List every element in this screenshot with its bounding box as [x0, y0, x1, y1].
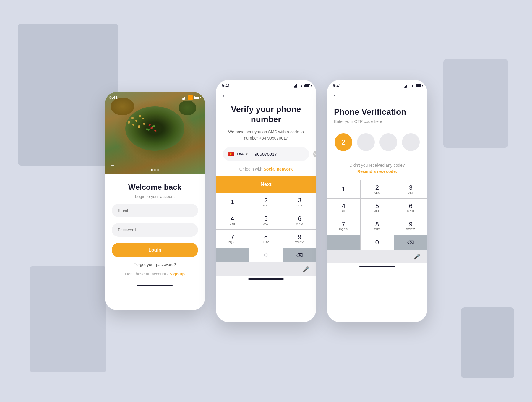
- delete-icon-p3: ⌫: [407, 240, 414, 245]
- time-p3: 9:41: [333, 83, 341, 88]
- chevron-down-icon[interactable]: ▾: [246, 152, 248, 156]
- key-3-p3[interactable]: 3DEF: [394, 180, 427, 198]
- mic-row-p2: 🎤: [216, 262, 316, 276]
- battery-p3: [416, 84, 421, 87]
- signal-p2: [293, 84, 298, 88]
- resend-top-text: Didn't you received any code?: [334, 163, 420, 168]
- mic-row-p3: 🎤: [327, 250, 427, 263]
- otp-circle-4: [402, 133, 420, 151]
- next-button[interactable]: Next: [216, 176, 316, 193]
- key-grid-p3: 1 2ABC 3DEF 4GHI 5JKL 6MNO 7PQRS 8TUV 9W…: [327, 180, 427, 235]
- keyboard-p3: 1 2ABC 3DEF 4GHI 5JKL 6MNO 7PQRS 8TUV 9W…: [327, 180, 427, 263]
- phones-container: 9:41 📶 ←: [105, 80, 427, 322]
- back-button-p3[interactable]: ←: [327, 90, 427, 101]
- key-delete-p2[interactable]: ⌫: [283, 248, 316, 262]
- wifi-icon-p3: ▲: [411, 84, 414, 88]
- key-7-p3[interactable]: 7PQRS: [327, 217, 360, 235]
- time-p2: 9:41: [222, 83, 230, 88]
- wifi-icon-p2: ▲: [299, 84, 303, 88]
- otp-title: Phone Verification: [334, 107, 420, 117]
- battery-p2: [304, 84, 310, 87]
- dot-1: [151, 169, 153, 171]
- dot-3: [157, 169, 159, 171]
- key-2-p3[interactable]: 2ABC: [361, 180, 394, 198]
- key-delete-p3[interactable]: ⌫: [394, 235, 427, 250]
- key-7-p2[interactable]: 7PQRS: [216, 230, 249, 248]
- verify-subtitle: We have sent you an SMS with a code to n…: [223, 129, 309, 141]
- verify-title: Verify your phone number: [223, 104, 309, 124]
- otp-subtitle: Enter your OTP code here: [334, 119, 420, 124]
- verify-subtitle-line2: number +84 905070017: [244, 136, 288, 140]
- key-2-p2[interactable]: 2ABC: [249, 193, 283, 211]
- otp-content: Phone Verification Enter your OTP code h…: [327, 101, 427, 174]
- key-0-p3[interactable]: 0: [361, 235, 394, 250]
- flag-icon: 🇻🇳: [228, 151, 234, 157]
- key-6-p2[interactable]: 6MNO: [283, 211, 316, 229]
- back-button-p2[interactable]: ←: [216, 90, 316, 101]
- clear-button[interactable]: ✕: [313, 151, 316, 157]
- login-button[interactable]: Login: [112, 243, 198, 257]
- key-8-p3[interactable]: 8TUV: [361, 217, 394, 235]
- mic-icon-p2[interactable]: 🎤: [303, 266, 309, 273]
- home-indicator-p3: [359, 266, 395, 267]
- social-network-link[interactable]: Social network: [263, 167, 293, 171]
- mic-icon-p3[interactable]: 🎤: [414, 253, 420, 260]
- otp-circle-2: [357, 133, 375, 151]
- phone-verify: 9:41 ▲ ← Verify your phone number We hav…: [216, 80, 316, 322]
- status-bar-p3: 9:41 ▲: [327, 80, 427, 90]
- key-6-p3[interactable]: 6MNO: [394, 199, 427, 217]
- status-bar-p2: 9:41 ▲: [216, 80, 316, 90]
- key-row-bottom-p3: 0 ⌫: [327, 235, 427, 250]
- or-text: Or login with: [239, 167, 262, 171]
- otp-digit-1: 2: [341, 138, 345, 146]
- signup-prompt: Don't have an account? Sign up: [125, 272, 185, 276]
- food-status-overlay: 9:41 📶: [105, 92, 205, 103]
- phone-number-input[interactable]: [255, 152, 311, 157]
- food-back-arrow[interactable]: ←: [109, 162, 115, 168]
- otp-circle-1: 2: [335, 133, 352, 151]
- login-subtitle: Login to your account: [135, 194, 175, 199]
- key-3-p2[interactable]: 3DEF: [283, 193, 316, 211]
- key-8-p2[interactable]: 8TUV: [249, 230, 283, 248]
- key-5-p2[interactable]: 5JKL: [249, 211, 283, 229]
- or-login-text: Or login with Social network: [223, 167, 309, 171]
- key-5-p3[interactable]: 5JKL: [361, 199, 394, 217]
- key-9-p3[interactable]: 9WXYZ: [394, 217, 427, 235]
- status-icons-p2: ▲: [293, 84, 310, 88]
- login-form: Welcome back Login to your account Login…: [105, 174, 205, 282]
- signup-label: Don't have an account?: [125, 272, 168, 276]
- image-dots: [151, 169, 159, 171]
- key-4-p2[interactable]: 4GHI: [216, 211, 249, 229]
- login-title: Welcome back: [128, 183, 181, 192]
- home-indicator-p2: [248, 278, 284, 280]
- signup-link[interactable]: Sign up: [170, 272, 185, 276]
- password-field[interactable]: [112, 223, 198, 237]
- status-icons-p3: ▲: [404, 84, 421, 88]
- key-empty-p2: [216, 248, 249, 262]
- key-0-p2[interactable]: 0: [249, 248, 283, 262]
- food-image: 9:41 📶 ←: [105, 92, 205, 174]
- phone-otp: 9:41 ▲ ← Phone Verification Enter your O…: [327, 80, 427, 322]
- key-4-p3[interactable]: 4GHI: [327, 199, 360, 217]
- delete-icon-p2: ⌫: [296, 252, 303, 258]
- key-1-p2[interactable]: 1: [216, 193, 249, 211]
- verify-content: Verify your phone number We have sent yo…: [216, 101, 316, 171]
- signal-p3: [404, 84, 409, 88]
- verify-subtitle-line1: We have sent you an SMS with a code to: [228, 129, 304, 134]
- status-time-p1: 9:41: [109, 95, 118, 100]
- key-grid-p2: 1 2ABC 3DEF 4GHI 5JKL 6MNO 7PQRS 8TUV 9W…: [216, 193, 316, 248]
- home-indicator-p1: [137, 285, 173, 286]
- key-1-p3[interactable]: 1: [327, 180, 360, 198]
- resend-link[interactable]: Resend a new code.: [357, 169, 397, 174]
- phone-login: 9:41 📶 ←: [105, 92, 205, 310]
- otp-circle-3: [379, 133, 397, 151]
- phone-input-row[interactable]: 🇻🇳 +84 ▾ ✕: [223, 147, 309, 161]
- email-field[interactable]: [112, 204, 198, 217]
- resend-section: Didn't you received any code? Resend a n…: [334, 163, 420, 174]
- keyboard-p2: 1 2ABC 3DEF 4GHI 5JKL 6MNO 7PQRS 8TUV 9W…: [216, 193, 316, 276]
- country-code: +84: [236, 152, 244, 156]
- dot-2: [154, 169, 156, 171]
- forgot-password-text[interactable]: Forgot your password?: [134, 262, 176, 267]
- key-9-p2[interactable]: 9WXYZ: [283, 230, 316, 248]
- otp-circles: 2: [334, 133, 420, 151]
